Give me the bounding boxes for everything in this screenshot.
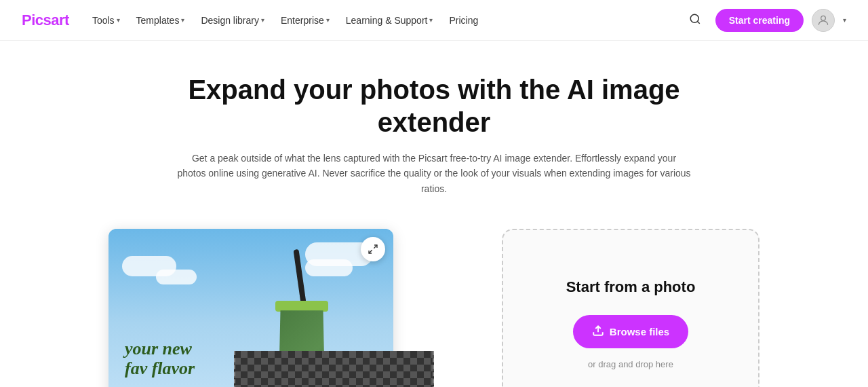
nav-right: Start creating ▾ bbox=[683, 8, 846, 33]
upload-title: Start from a photo bbox=[566, 278, 696, 296]
nav-item-learning[interactable]: Learning & Support ▾ bbox=[339, 10, 440, 31]
nav-templates-label: Templates bbox=[136, 15, 180, 26]
svg-point-0 bbox=[690, 14, 698, 22]
svg-line-1 bbox=[697, 21, 699, 23]
straw bbox=[293, 249, 306, 303]
start-creating-button[interactable]: Start creating bbox=[715, 9, 804, 32]
chevron-down-icon: ▾ bbox=[326, 16, 330, 24]
upload-icon bbox=[592, 325, 604, 339]
hero-section: Expand your photos with the AI image ext… bbox=[0, 41, 868, 213]
cloud-decoration bbox=[156, 270, 197, 284]
browse-files-label: Browse files bbox=[610, 326, 669, 337]
nav-item-tools[interactable]: Tools ▾ bbox=[85, 10, 127, 31]
navbar: Picsart Tools ▾ Templates ▾ Design libra… bbox=[0, 0, 868, 41]
chevron-down-icon: ▾ bbox=[429, 16, 433, 24]
nav-learning-label: Learning & Support bbox=[346, 15, 428, 26]
dashed-border bbox=[234, 351, 434, 387]
chevron-down-icon: ▾ bbox=[261, 16, 264, 24]
svg-point-2 bbox=[821, 16, 826, 20]
preview-overlay-text: your new fav flavor bbox=[125, 339, 195, 378]
checkered-extension bbox=[234, 351, 434, 387]
svg-line-4 bbox=[369, 251, 372, 254]
preview-text-line1: your new bbox=[125, 339, 195, 359]
nav-item-pricing[interactable]: Pricing bbox=[442, 10, 485, 31]
upload-area: Start from a photo Browse files or drag … bbox=[502, 229, 760, 387]
upload-card: Start from a photo Browse files or drag … bbox=[502, 229, 760, 387]
chevron-down-icon: ▾ bbox=[117, 16, 120, 24]
main-content: your new fav flavor bbox=[0, 213, 868, 387]
search-button[interactable] bbox=[683, 8, 707, 33]
nav-item-enterprise[interactable]: Enterprise ▾ bbox=[274, 10, 336, 31]
nav-item-design-library[interactable]: Design library ▾ bbox=[194, 10, 271, 31]
nav-left: Picsart Tools ▾ Templates ▾ Design libra… bbox=[22, 10, 485, 31]
nav-item-templates[interactable]: Templates ▾ bbox=[130, 10, 192, 31]
logo-text: Picsart bbox=[22, 12, 69, 29]
expand-button[interactable] bbox=[361, 237, 385, 261]
hero-title: Expand your photos with the AI image ext… bbox=[163, 73, 705, 139]
avatar-chevron-icon[interactable]: ▾ bbox=[843, 16, 846, 24]
search-icon bbox=[689, 13, 701, 28]
avatar[interactable] bbox=[812, 9, 835, 32]
browse-files-button[interactable]: Browse files bbox=[573, 315, 688, 348]
preview-text-line2: fav flavor bbox=[125, 359, 195, 379]
cup-lid bbox=[275, 301, 328, 312]
nav-tools-label: Tools bbox=[92, 15, 115, 26]
logo[interactable]: Picsart bbox=[22, 12, 69, 29]
svg-line-3 bbox=[374, 245, 377, 248]
nav-design-label: Design library bbox=[201, 15, 259, 26]
preview-area: your new fav flavor bbox=[108, 229, 448, 387]
drag-drop-label: or drag and drop here bbox=[588, 359, 673, 369]
chevron-down-icon: ▾ bbox=[181, 16, 184, 24]
nav-enterprise-label: Enterprise bbox=[281, 15, 324, 26]
extension-area bbox=[234, 351, 434, 387]
nav-pricing-label: Pricing bbox=[449, 15, 478, 26]
hero-description: Get a peak outside of what the lens capt… bbox=[176, 151, 692, 196]
